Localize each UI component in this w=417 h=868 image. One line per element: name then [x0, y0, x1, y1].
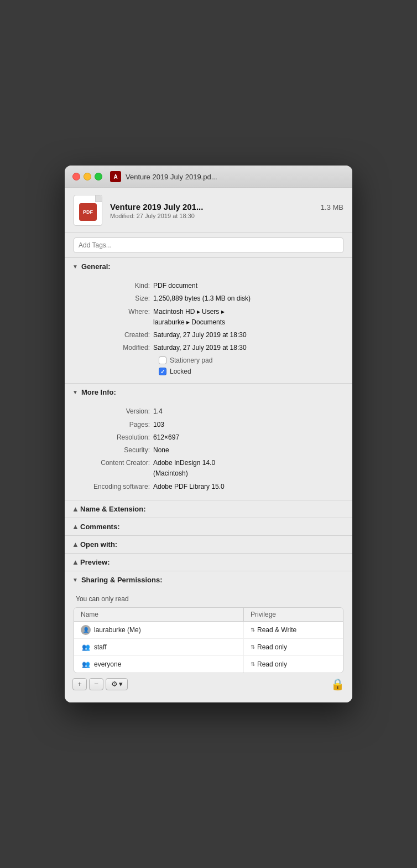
perm-priv-lauraburke[interactable]: ⇅ Read & Write — [243, 622, 343, 638]
titlebar-file-icon: A — [110, 171, 121, 182]
permissions-header: Name Privilege — [74, 608, 343, 622]
perm-name-lauraburke: 👤 lauraburke (Me) — [74, 622, 243, 638]
created-value: Saturday, 27 July 2019 at 18:30 — [153, 330, 341, 340]
perm-priv-everyone[interactable]: ⇅ Read only — [243, 656, 343, 673]
lock-icon[interactable]: 🔒 — [331, 678, 345, 691]
modified-value: Saturday, 27 July 2019 at 18:30 — [153, 343, 341, 353]
open-with-label: Open with: — [80, 540, 117, 549]
encoding-row: Encoding software: Adobe PDF Library 15.… — [65, 480, 352, 493]
size-value: 1,250,889 bytes (1.3 MB on disk) — [153, 293, 341, 304]
security-label: Security: — [76, 445, 153, 456]
remove-permission-button[interactable]: − — [89, 678, 103, 690]
resolution-value: 612×697 — [153, 432, 341, 443]
kind-value: PDF document — [153, 281, 341, 291]
section-more-info: ▼ More Info: Version: 1.4 Pages: 103 Res… — [65, 384, 352, 500]
perm-priv-staff[interactable]: ⇅ Read only — [243, 639, 343, 655]
privilege-value: Read & Write — [257, 626, 296, 634]
permissions-toolbar: + − ⚙ ▾ 🔒 — [65, 673, 352, 695]
general-where-row: Where: Macintosh HD ▸ Users ▸ lauraburke… — [65, 306, 352, 329]
file-modified: Modified: 27 July 2019 at 18:30 — [110, 213, 343, 219]
section-comments-header[interactable]: ▶ Comments: — [65, 518, 352, 535]
size-label: Size: — [76, 293, 153, 304]
perm-name-everyone: 👥 everyone — [74, 656, 243, 673]
locked-checkbox[interactable] — [159, 368, 166, 375]
gear-icon: ⚙ — [111, 680, 118, 688]
section-open-with-header[interactable]: ▶ Open with: — [65, 536, 352, 553]
content-creator-row: Content Creator: Adobe InDesign 14.0 (Ma… — [65, 457, 352, 480]
pdf-badge: PDF — [79, 203, 97, 221]
open-with-triangle-icon: ▶ — [72, 542, 78, 546]
col-privilege-header: Privilege — [243, 608, 343, 621]
privilege-value: Read only — [257, 660, 287, 668]
sharing-content: You can only read Name Privilege 👤 laura… — [65, 588, 352, 702]
section-general: ▼ General: Kind: PDF document Size: 1,25… — [65, 258, 352, 384]
maximize-button[interactable] — [95, 173, 102, 180]
general-triangle-icon: ▼ — [72, 264, 78, 270]
stationery-checkbox[interactable] — [159, 356, 166, 364]
gear-menu-button[interactable]: ⚙ ▾ — [106, 678, 128, 690]
user-icon: 👤 — [81, 625, 91, 635]
sharing-description: You can only read — [65, 593, 352, 607]
privilege-value: Read only — [257, 643, 287, 651]
general-kind-row: Kind: PDF document — [65, 280, 352, 292]
group-icon: 👥 — [81, 642, 91, 652]
general-modified-row: Modified: Saturday, 27 July 2019 at 18:3… — [65, 342, 352, 354]
general-content: Kind: PDF document Size: 1,250,889 bytes… — [65, 275, 352, 383]
close-button[interactable] — [72, 173, 80, 180]
perm-everyone-name: everyone — [94, 660, 121, 668]
permission-row: 👤 lauraburke (Me) ⇅ Read & Write — [74, 622, 343, 639]
permission-row: 👥 staff ⇅ Read only — [74, 639, 343, 656]
section-general-header[interactable]: ▼ General: — [65, 258, 352, 275]
perm-group-name: staff — [94, 643, 106, 651]
file-icon-wrapper: PDF — [74, 195, 102, 226]
add-permission-button[interactable]: + — [72, 678, 87, 690]
encoding-label: Encoding software: — [76, 482, 153, 492]
sharing-label: Sharing & Permissions: — [81, 576, 163, 584]
file-info: Venture 2019 July 201... 1.3 MB Modified… — [110, 202, 343, 219]
tags-area[interactable] — [65, 233, 352, 258]
section-preview-header[interactable]: ▶ Preview: — [65, 554, 352, 571]
stationery-row: Stationery pad — [65, 354, 352, 365]
security-row: Security: None — [65, 444, 352, 457]
general-created-row: Created: Saturday, 27 July 2019 at 18:30 — [65, 329, 352, 342]
where-label: Where: — [76, 307, 153, 328]
chevron-down-icon: ▾ — [119, 680, 123, 688]
section-sharing-header[interactable]: ▼ Sharing & Permissions: — [65, 571, 352, 588]
pages-value: 103 — [153, 420, 341, 430]
section-comments: ▶ Comments: — [65, 518, 352, 536]
minimize-button[interactable] — [84, 173, 91, 180]
resolution-label: Resolution: — [76, 432, 153, 443]
permissions-table: Name Privilege 👤 lauraburke (Me) ⇅ Read … — [74, 607, 343, 673]
version-row: Version: 1.4 — [65, 405, 352, 418]
perm-user-name: lauraburke (Me) — [94, 626, 141, 634]
general-label: General: — [81, 262, 111, 271]
titlebar: A Venture 2019 July 2019.pd... — [65, 166, 352, 188]
encoding-value: Adobe PDF Library 15.0 — [153, 482, 341, 492]
kind-label: Kind: — [76, 281, 153, 291]
content-creator-value: Adobe InDesign 14.0 (Macintosh) — [153, 458, 341, 479]
file-name-row: Venture 2019 July 201... 1.3 MB — [110, 202, 343, 211]
file-header: PDF Venture 2019 July 201... 1.3 MB Modi… — [65, 188, 352, 233]
general-size-row: Size: 1,250,889 bytes (1.3 MB on disk) — [65, 292, 352, 305]
section-more-info-header[interactable]: ▼ More Info: — [65, 384, 352, 401]
file-icon: PDF — [74, 195, 102, 226]
version-label: Version: — [76, 406, 153, 417]
security-value: None — [153, 445, 341, 456]
preview-triangle-icon: ▶ — [72, 560, 78, 564]
tags-input[interactable] — [74, 237, 343, 253]
modified-label: Modified: — [76, 343, 153, 353]
privilege-arrows-icon: ⇅ — [251, 644, 255, 650]
section-sharing: ▼ Sharing & Permissions: You can only re… — [65, 571, 352, 702]
locked-label: Locked — [170, 368, 191, 375]
name-extension-label: Name & Extension: — [80, 505, 145, 513]
preview-label: Preview: — [80, 558, 110, 566]
more-info-content: Version: 1.4 Pages: 103 Resolution: 612×… — [65, 401, 352, 499]
file-name-text: Venture 2019 July 201... — [110, 202, 203, 211]
locked-row: Locked — [65, 365, 352, 376]
info-window: A Venture 2019 July 2019.pd... PDF Ventu… — [65, 166, 352, 702]
pages-row: Pages: 103 — [65, 418, 352, 431]
file-size: 1.3 MB — [321, 203, 343, 211]
section-open-with: ▶ Open with: — [65, 536, 352, 554]
section-name-extension-header[interactable]: ▶ Name & Extension: — [65, 500, 352, 518]
name-extension-triangle-icon: ▶ — [72, 507, 78, 511]
